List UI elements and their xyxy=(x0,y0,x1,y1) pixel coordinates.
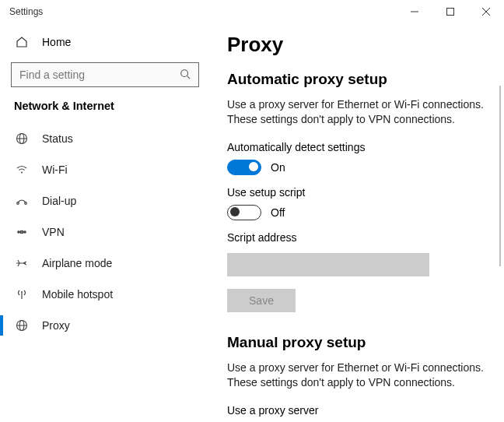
sidebar-item-dialup[interactable]: Dial-up xyxy=(0,185,210,216)
sidebar-section-label: Network & Internet xyxy=(0,97,210,123)
svg-point-10 xyxy=(17,202,19,205)
scrollbar[interactable] xyxy=(499,86,501,266)
wifi-icon xyxy=(14,164,30,176)
sidebar-item-proxy[interactable]: Proxy xyxy=(0,310,210,341)
search-box[interactable] xyxy=(11,62,199,87)
sidebar-item-airplane[interactable]: Airplane mode xyxy=(0,248,210,279)
search-input[interactable] xyxy=(19,69,180,81)
hotspot-icon xyxy=(14,288,30,301)
svg-line-5 xyxy=(187,76,191,79)
close-button[interactable] xyxy=(468,0,504,23)
window-title: Settings xyxy=(9,6,43,17)
sidebar-item-vpn[interactable]: VPN xyxy=(0,216,210,248)
setup-script-toggle[interactable] xyxy=(227,205,261,220)
minimize-button[interactable] xyxy=(397,0,432,23)
script-address-label: Script address xyxy=(227,231,487,244)
svg-point-11 xyxy=(25,202,27,205)
nav-home-label: Home xyxy=(42,36,71,48)
titlebar: Settings xyxy=(0,0,504,23)
airplane-icon xyxy=(14,257,30,269)
auto-detect-toggle[interactable] xyxy=(227,160,261,175)
setup-script-label: Use setup script xyxy=(227,186,487,199)
home-icon xyxy=(14,36,30,48)
sidebar-item-label: Dial-up xyxy=(42,195,76,207)
sidebar-item-wifi[interactable]: Wi-Fi xyxy=(0,154,210,185)
content-pane: Proxy Automatic proxy setup Use a proxy … xyxy=(210,23,504,422)
sidebar-item-label: Proxy xyxy=(42,319,70,332)
nav-home[interactable]: Home xyxy=(0,26,210,58)
svg-point-12 xyxy=(18,231,19,233)
dialup-icon xyxy=(14,195,30,207)
sidebar-item-label: Wi-Fi xyxy=(42,164,68,176)
auto-description: Use a proxy server for Ethernet or Wi-Fi… xyxy=(227,97,487,127)
vpn-icon xyxy=(14,226,30,238)
maximize-button[interactable] xyxy=(432,0,468,23)
svg-point-17 xyxy=(21,291,23,293)
search-icon xyxy=(180,69,191,82)
sidebar: Home Network & Internet xyxy=(0,23,210,422)
svg-point-4 xyxy=(181,69,188,76)
page-title: Proxy xyxy=(227,33,487,57)
sidebar-item-label: Mobile hotspot xyxy=(42,288,113,301)
setup-script-state: Off xyxy=(271,206,285,219)
save-button[interactable]: Save xyxy=(227,289,296,312)
script-address-input[interactable] xyxy=(227,253,429,276)
auto-detect-label: Automatically detect settings xyxy=(227,141,487,153)
use-proxy-label: Use a proxy server xyxy=(227,404,487,417)
sidebar-item-status[interactable]: Status xyxy=(0,123,210,154)
auto-detect-state: On xyxy=(271,161,285,174)
globe-icon xyxy=(14,132,30,145)
sidebar-item-hotspot[interactable]: Mobile hotspot xyxy=(0,279,210,310)
manual-description: Use a proxy server for Ethernet or Wi-Fi… xyxy=(227,360,487,390)
save-button-label: Save xyxy=(249,294,274,307)
sidebar-item-label: Airplane mode xyxy=(42,257,112,269)
auto-heading: Automatic proxy setup xyxy=(227,71,487,88)
manual-heading: Manual proxy setup xyxy=(227,334,487,351)
svg-point-13 xyxy=(24,231,26,233)
sidebar-item-label: Status xyxy=(42,132,73,145)
sidebar-item-label: VPN xyxy=(42,226,65,238)
svg-point-9 xyxy=(21,172,23,174)
proxy-icon xyxy=(14,319,30,332)
svg-rect-1 xyxy=(447,9,454,16)
